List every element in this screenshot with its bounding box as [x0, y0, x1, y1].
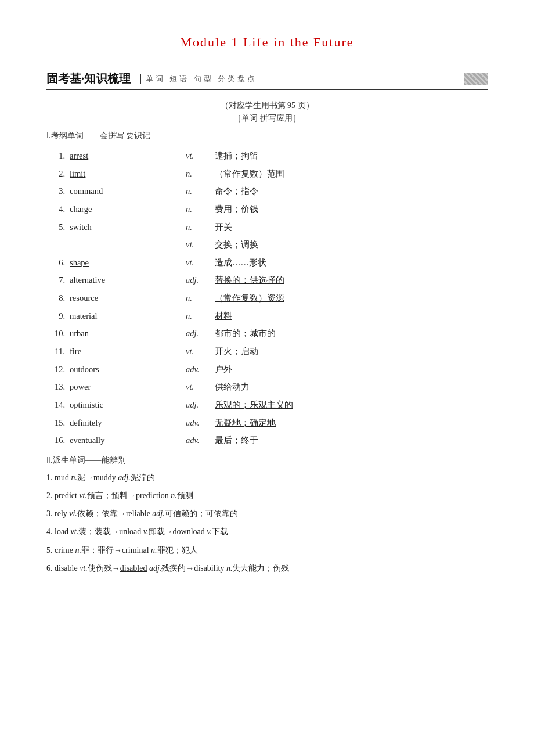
word-term: definitely	[67, 414, 183, 432]
derived-text-part: vi.	[69, 509, 77, 518]
derived-text-part: n.	[75, 546, 81, 555]
word-row: 8.resourcen.（常作复数）资源	[46, 289, 488, 307]
word-term	[67, 236, 183, 254]
word-pos: adj.	[183, 271, 212, 289]
derived-text-part: prediction	[136, 491, 169, 500]
derived-item: 1. mud n.泥→muddy adj.泥泞的	[46, 470, 488, 485]
word-num: 3.	[46, 182, 67, 200]
word-term: arrest	[67, 147, 183, 165]
derived-item: 6. disable vt.使伤残→disabled adj.残疾的→disab…	[46, 561, 488, 575]
derived-text-part: adj.	[118, 473, 130, 482]
word-term: optimistic	[67, 396, 183, 414]
derived-text-part: vt.	[79, 491, 87, 500]
word-pos: n.	[183, 165, 212, 183]
word-pos: adv.	[183, 361, 212, 379]
word-term: command	[67, 182, 183, 200]
derived-item: 4. load vt.装；装载→unload v.卸载→download v.下…	[46, 524, 488, 539]
word-row: 9.materialn.材料	[46, 307, 488, 325]
word-num: 13.	[46, 378, 67, 396]
word-meaning: 命令；指令	[212, 182, 488, 200]
word-num: 11.	[46, 343, 67, 361]
word-term: resource	[67, 289, 183, 307]
word-num: 15.	[46, 414, 67, 432]
derived-text-part: vt.	[80, 564, 88, 573]
word-meaning: 开火；启动	[212, 343, 488, 361]
subsection2-label: Ⅱ.派生单词——能辨别	[46, 455, 488, 466]
derived-text-part: unload	[119, 527, 141, 536]
derived-text-part: disability	[194, 564, 224, 573]
derived-section: Ⅱ.派生单词——能辨别 1. mud n.泥→muddy adj.泥泞的2. p…	[46, 455, 488, 575]
derived-text-part: predict	[55, 491, 77, 500]
word-meaning: 开关	[212, 218, 488, 236]
derived-text-part: n.	[226, 564, 233, 573]
word-pos: vi.	[183, 236, 212, 254]
word-meaning: （常作复数）资源	[212, 289, 488, 307]
derived-text-part: rely	[55, 509, 67, 518]
word-term: power	[67, 378, 183, 396]
word-term: fire	[67, 343, 183, 361]
word-row: 3.commandn.命令；指令	[46, 182, 488, 200]
derived-text-part: 罪犯；犯人	[157, 546, 198, 555]
word-pos: n.	[183, 182, 212, 200]
word-row: 2.limitn.（常作复数）范围	[46, 165, 488, 183]
word-meaning: 材料	[212, 307, 488, 325]
word-num: 14.	[46, 396, 67, 414]
derived-text-part: adj.	[152, 509, 164, 518]
word-row: 11.firevt.开火；启动	[46, 343, 488, 361]
word-meaning: 无疑地；确定地	[212, 414, 488, 432]
module-title: Module 1 Life in the Future	[46, 35, 488, 50]
word-row: 15.definitelyadv.无疑地；确定地	[46, 414, 488, 432]
word-pos: n.	[183, 289, 212, 307]
word-pos: adj.	[183, 325, 212, 343]
word-pos: vt.	[183, 378, 212, 396]
derived-text-part: n.	[71, 473, 77, 482]
word-meaning: 费用；价钱	[212, 200, 488, 218]
word-row: 6.shapevt.造成……形状	[46, 254, 488, 272]
word-meaning: （常作复数）范围	[212, 165, 488, 183]
derived-text-part: 装；装载→	[78, 527, 119, 536]
derived-text-part: 预测	[177, 491, 193, 500]
word-term: alternative	[67, 271, 183, 289]
word-pos: vt.	[183, 343, 212, 361]
word-row: 1.arrestvt.逮捕；拘留	[46, 147, 488, 165]
word-pos: adv.	[183, 414, 212, 432]
word-pos: adv.	[183, 431, 212, 449]
word-meaning: 户外	[212, 361, 488, 379]
section-header: 固考基·知识梳理 单词 短语 句型 分类盘点	[46, 71, 488, 90]
word-row: 14.optimisticadj.乐观的；乐观主义的	[46, 396, 488, 414]
section-header-sub: 单词 短语 句型 分类盘点	[140, 74, 257, 84]
derived-text-part: mud	[55, 473, 69, 482]
word-pos: vt.	[183, 147, 212, 165]
derived-text-part: load	[55, 527, 68, 536]
word-row: 16.eventuallyadv.最后；终于	[46, 431, 488, 449]
derived-text-part: 依赖；依靠→	[77, 509, 126, 518]
word-row: vi.交换；调换	[46, 236, 488, 254]
derived-text-part: 预言；预料→	[87, 491, 136, 500]
word-pos: n.	[183, 307, 212, 325]
derived-item: 3. rely vi.依赖；依靠→reliable adj.可信赖的；可依靠的	[46, 506, 488, 521]
word-num	[46, 236, 67, 254]
word-pos: adj.	[183, 396, 212, 414]
word-term: urban	[67, 325, 183, 343]
word-term: shape	[67, 254, 183, 272]
word-table: 1.arrestvt.逮捕；拘留2.limitn.（常作复数）范围3.comma…	[46, 147, 488, 449]
derived-text-part: criminal	[122, 546, 149, 555]
word-row: 12.outdoorsadv.户外	[46, 361, 488, 379]
word-term: eventually	[67, 431, 183, 449]
derived-item: 5. crime n.罪；罪行→criminal n.罪犯；犯人	[46, 543, 488, 557]
derived-text-part: v.	[143, 527, 149, 536]
word-meaning: 最后；终于	[212, 431, 488, 449]
word-meaning: 造成……形状	[212, 254, 488, 272]
word-meaning: 供给动力	[212, 378, 488, 396]
word-row: 10.urbanadj.都市的；城市的	[46, 325, 488, 343]
word-term: limit	[67, 165, 183, 183]
word-num: 16.	[46, 431, 67, 449]
word-num: 1.	[46, 147, 67, 165]
page-ref: （对应学生用书第 95 页）	[46, 100, 488, 111]
word-num: 12.	[46, 361, 67, 379]
subsection1-label: Ⅰ.考纲单词——会拼写 要识记	[46, 131, 488, 141]
word-term: material	[67, 307, 183, 325]
derived-text-part: crime	[55, 546, 73, 555]
word-pos: n.	[183, 218, 212, 236]
pattern-bar	[464, 73, 488, 85]
